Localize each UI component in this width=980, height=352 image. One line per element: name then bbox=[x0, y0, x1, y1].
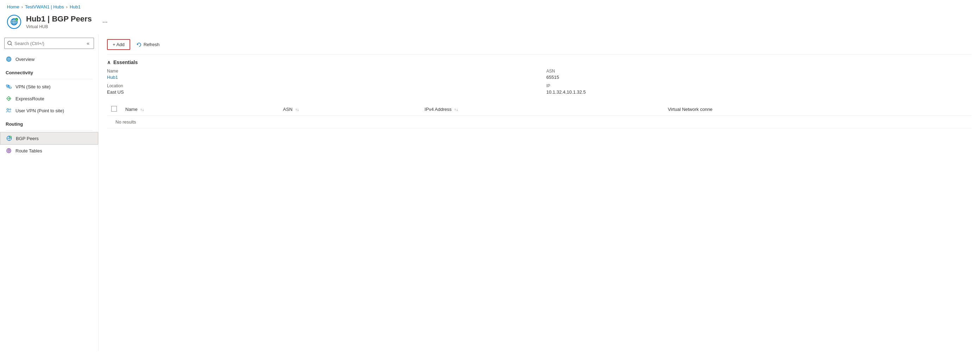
toolbar: + Add Refresh bbox=[107, 34, 972, 54]
page-title: Hub1 | BGP Peers bbox=[26, 14, 92, 24]
page-icon: × bbox=[7, 15, 21, 29]
svg-point-8 bbox=[8, 41, 11, 45]
essentials-ip: IP 10.1.32.4,10.1.32.5 bbox=[546, 83, 972, 95]
sort-asn-icon: ↑↓ bbox=[295, 107, 299, 111]
essentials-ip-label: IP bbox=[546, 83, 972, 88]
search-icon bbox=[7, 41, 12, 46]
table-header-ipv4[interactable]: IPv4 Address ↑↓ bbox=[420, 103, 663, 116]
sidebar-item-overview-label: Overview bbox=[16, 57, 35, 62]
routing-divider bbox=[6, 130, 92, 131]
connectivity-divider bbox=[6, 79, 92, 79]
breadcrumb-testvwan[interactable]: TestVWAN1 | Hubs bbox=[25, 4, 64, 10]
refresh-label: Refresh bbox=[144, 42, 160, 47]
svg-rect-17 bbox=[9, 87, 11, 88]
sort-name-icon: ↑↓ bbox=[140, 107, 144, 111]
essentials-asn: ASN 65515 bbox=[546, 68, 972, 80]
sidebar-item-expressroute-label: ExpressRoute bbox=[16, 96, 45, 101]
layout: « Overview Connectivity bbox=[0, 34, 980, 351]
sidebar-item-uservpn[interactable]: User VPN (Point to site) bbox=[0, 105, 98, 116]
no-results-text: No results bbox=[111, 115, 140, 129]
page-header-text: Hub1 | BGP Peers Virtual HUB bbox=[26, 14, 92, 29]
bgp-icon bbox=[6, 135, 12, 142]
refresh-icon bbox=[137, 42, 142, 47]
sidebar-search-container: « bbox=[4, 38, 94, 49]
essentials-grid: Name Hub1 ASN 65515 Location East US IP … bbox=[107, 68, 972, 100]
breadcrumb-hub[interactable]: Hub1 bbox=[70, 4, 81, 10]
svg-text:×: × bbox=[16, 19, 17, 21]
essentials-location-value: East US bbox=[107, 89, 124, 95]
table-no-results-row: No results bbox=[107, 116, 972, 129]
breadcrumb-sep1: › bbox=[21, 4, 23, 10]
sidebar: « Overview Connectivity bbox=[0, 34, 99, 351]
svg-point-26 bbox=[10, 109, 11, 110]
refresh-button[interactable]: Refresh bbox=[132, 40, 165, 49]
search-input[interactable] bbox=[14, 41, 83, 46]
table-header-name[interactable]: Name ↑↓ bbox=[121, 103, 279, 116]
page-header: × Hub1 | BGP Peers Virtual HUB ··· bbox=[0, 12, 980, 34]
svg-line-9 bbox=[11, 45, 12, 45]
collapse-sidebar-button[interactable]: « bbox=[85, 40, 91, 47]
essentials-asn-label: ASN bbox=[546, 68, 972, 73]
sort-ipv4-icon: ↑↓ bbox=[454, 107, 458, 111]
expressroute-icon bbox=[6, 96, 12, 102]
select-all-checkbox[interactable] bbox=[111, 106, 117, 111]
essentials-name-value[interactable]: Hub1 bbox=[107, 75, 118, 80]
essentials-title: Essentials bbox=[113, 59, 138, 65]
sidebar-item-expressroute[interactable]: ExpressRoute bbox=[0, 92, 98, 105]
essentials-location: Location East US bbox=[107, 83, 532, 95]
essentials-header[interactable]: ∧ Essentials bbox=[107, 54, 972, 68]
essentials-ip-value: 10.1.32.4,10.1.32.5 bbox=[546, 89, 586, 95]
sidebar-section-routing: Routing bbox=[0, 116, 98, 129]
essentials-name: Name Hub1 bbox=[107, 68, 532, 80]
table-header-vnet: Virtual Network conne bbox=[663, 103, 972, 116]
breadcrumb: Home › TestVWAN1 | Hubs › Hub1 bbox=[0, 0, 980, 12]
breadcrumb-home[interactable]: Home bbox=[7, 4, 19, 10]
globe-icon bbox=[6, 56, 12, 62]
table-header-row: Name ↑↓ ASN ↑↓ IPv4 Address ↑↓ Virtual N… bbox=[107, 103, 972, 116]
essentials-asn-value: 65515 bbox=[546, 75, 559, 80]
essentials-name-label: Name bbox=[107, 68, 532, 73]
sidebar-item-overview[interactable]: Overview bbox=[0, 53, 98, 65]
sidebar-item-bgppeers[interactable]: BGP Peers bbox=[0, 132, 98, 145]
data-table: Name ↑↓ ASN ↑↓ IPv4 Address ↑↓ Virtual N… bbox=[107, 103, 972, 129]
table-header-checkbox bbox=[107, 103, 121, 116]
sidebar-item-uservpn-label: User VPN (Point to site) bbox=[16, 108, 64, 113]
sidebar-item-vpn[interactable]: VPN (Site to site) bbox=[0, 81, 98, 92]
vpn-icon bbox=[6, 83, 12, 90]
main-content: + Add Refresh ∧ Essentials Name Hub1 ASN bbox=[99, 34, 980, 351]
breadcrumb-sep2: › bbox=[66, 4, 68, 10]
svg-point-35 bbox=[8, 150, 9, 151]
more-options-button[interactable]: ··· bbox=[100, 17, 111, 27]
sidebar-item-routetables[interactable]: Route Tables bbox=[0, 145, 98, 157]
sidebar-item-vpn-label: VPN (Site to site) bbox=[16, 84, 51, 89]
routetables-icon bbox=[6, 148, 12, 154]
sidebar-item-bgppeers-label: BGP Peers bbox=[16, 136, 39, 141]
add-button[interactable]: + Add bbox=[107, 39, 130, 50]
sidebar-item-routetables-label: Route Tables bbox=[16, 148, 42, 153]
table-header-asn[interactable]: ASN ↑↓ bbox=[279, 103, 420, 116]
svg-point-25 bbox=[7, 109, 9, 110]
page-subtitle: Virtual HUB bbox=[26, 24, 92, 29]
uservpn-icon bbox=[6, 107, 12, 114]
essentials-location-label: Location bbox=[107, 83, 532, 88]
sidebar-section-connectivity: Connectivity bbox=[0, 65, 98, 78]
essentials-chevron: ∧ bbox=[107, 59, 111, 65]
